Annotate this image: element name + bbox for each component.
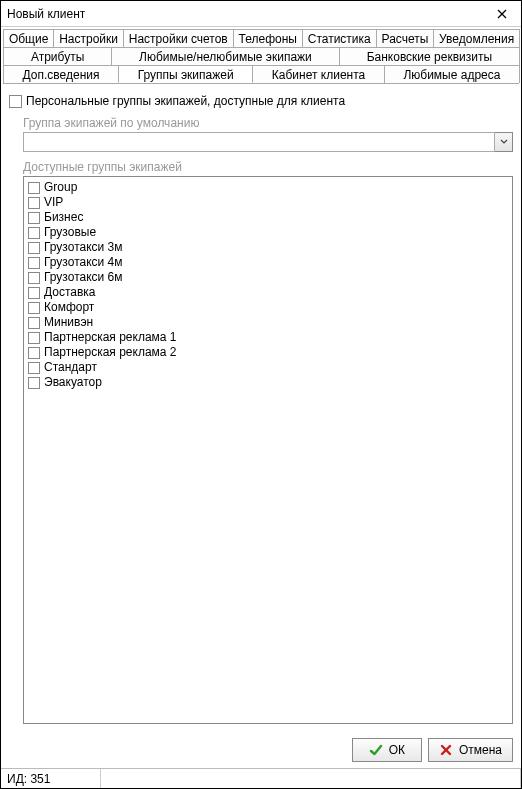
close-button[interactable] <box>489 4 515 24</box>
tab[interactable]: Расчеты <box>376 29 435 47</box>
list-item[interactable]: Комфорт <box>28 300 508 315</box>
list-item[interactable]: Стандарт <box>28 360 508 375</box>
groups-listbox[interactable]: GroupVIPБизнесГрузовыеГрузотакси 3мГрузо… <box>23 176 513 724</box>
tab[interactable]: Кабинет клиента <box>252 65 385 83</box>
list-item[interactable]: VIP <box>28 195 508 210</box>
list-item-checkbox[interactable] <box>28 212 40 224</box>
list-item-checkbox[interactable] <box>28 182 40 194</box>
list-item[interactable]: Минивэн <box>28 315 508 330</box>
list-item[interactable]: Грузотакси 3м <box>28 240 508 255</box>
list-item[interactable]: Group <box>28 180 508 195</box>
list-item-label: Грузотакси 4м <box>44 255 123 270</box>
list-item-checkbox[interactable] <box>28 362 40 374</box>
tab[interactable]: Общие <box>3 29 54 47</box>
ok-button[interactable]: ОК <box>352 738 422 762</box>
list-item-checkbox[interactable] <box>28 347 40 359</box>
tab-row-2: АтрибутыЛюбимые/нелюбимые экипажиБанковс… <box>3 47 519 65</box>
list-item[interactable]: Грузовые <box>28 225 508 240</box>
list-item[interactable]: Грузотакси 6м <box>28 270 508 285</box>
list-item-checkbox[interactable] <box>28 332 40 344</box>
list-item-checkbox[interactable] <box>28 302 40 314</box>
list-item[interactable]: Партнерская реклама 1 <box>28 330 508 345</box>
tab[interactable]: Статистика <box>302 29 377 47</box>
list-item-checkbox[interactable] <box>28 272 40 284</box>
tab[interactable]: Уведомления <box>433 29 520 47</box>
list-item-label: Партнерская реклама 2 <box>44 345 177 360</box>
tab[interactable]: Атрибуты <box>3 47 112 65</box>
default-group-combo[interactable] <box>23 132 513 152</box>
list-item[interactable]: Эвакуатор <box>28 375 508 390</box>
list-item-label: Комфорт <box>44 300 94 315</box>
list-item-label: Грузотакси 3м <box>44 240 123 255</box>
list-item-checkbox[interactable] <box>28 317 40 329</box>
default-group-label: Группа экипажей по умолчанию <box>23 116 513 130</box>
tab[interactable]: Любимые адреса <box>384 65 520 83</box>
status-empty <box>101 769 521 788</box>
list-item-label: Грузовые <box>44 225 96 240</box>
list-item[interactable]: Партнерская реклама 2 <box>28 345 508 360</box>
check-icon <box>369 743 383 757</box>
tab-row-3: Доп.cведенияГруппы экипажейКабинет клиен… <box>3 65 519 84</box>
tab[interactable]: Телефоны <box>233 29 303 47</box>
list-item-label: VIP <box>44 195 63 210</box>
list-item-checkbox[interactable] <box>28 197 40 209</box>
window-title: Новый клиент <box>7 7 85 21</box>
tab[interactable]: Доп.cведения <box>3 65 119 83</box>
list-item-label: Минивэн <box>44 315 93 330</box>
tab[interactable]: Группы экипажей <box>118 65 253 83</box>
title-bar: Новый клиент <box>1 1 521 27</box>
tab-content: Персональные группы экипажей, доступные … <box>1 84 521 732</box>
cancel-button[interactable]: Отмена <box>428 738 513 762</box>
close-icon <box>497 9 507 19</box>
tab[interactable]: Любимые/нелюбимые экипажи <box>111 47 340 65</box>
list-item[interactable]: Бизнес <box>28 210 508 225</box>
list-item-checkbox[interactable] <box>28 287 40 299</box>
personal-groups-checkbox[interactable] <box>9 95 22 108</box>
button-bar: ОК Отмена <box>1 732 521 768</box>
list-item-label: Эвакуатор <box>44 375 102 390</box>
list-item-label: Стандарт <box>44 360 97 375</box>
list-item-label: Грузотакси 6м <box>44 270 123 285</box>
list-item-label: Бизнес <box>44 210 83 225</box>
list-item-label: Доставка <box>44 285 96 300</box>
status-id: ИД: 351 <box>1 769 101 788</box>
tab[interactable]: Настройки <box>53 29 124 47</box>
tab-row-1: ОбщиеНастройкиНастройки счетовТелефоныСт… <box>3 29 519 47</box>
list-item-label: Group <box>44 180 77 195</box>
list-item-checkbox[interactable] <box>28 242 40 254</box>
personal-groups-label: Персональные группы экипажей, доступные … <box>26 94 345 108</box>
list-item[interactable]: Грузотакси 4м <box>28 255 508 270</box>
tab[interactable]: Банковские реквизиты <box>339 47 520 65</box>
chevron-down-icon <box>500 139 508 145</box>
tab[interactable]: Настройки счетов <box>123 29 234 47</box>
cancel-button-label: Отмена <box>459 743 502 757</box>
default-group-dropdown-button[interactable] <box>495 132 513 152</box>
list-item-checkbox[interactable] <box>28 377 40 389</box>
available-groups-label: Доступные группы экипажей <box>23 160 513 174</box>
ok-button-label: ОК <box>389 743 405 757</box>
default-group-input[interactable] <box>23 132 495 152</box>
list-item-checkbox[interactable] <box>28 227 40 239</box>
list-item-checkbox[interactable] <box>28 257 40 269</box>
cancel-icon <box>439 743 453 757</box>
list-item[interactable]: Доставка <box>28 285 508 300</box>
list-item-label: Партнерская реклама 1 <box>44 330 177 345</box>
status-bar: ИД: 351 <box>1 768 521 788</box>
tabs-container: ОбщиеНастройкиНастройки счетовТелефоныСт… <box>1 27 521 84</box>
personal-groups-row: Персональные группы экипажей, доступные … <box>9 94 513 108</box>
